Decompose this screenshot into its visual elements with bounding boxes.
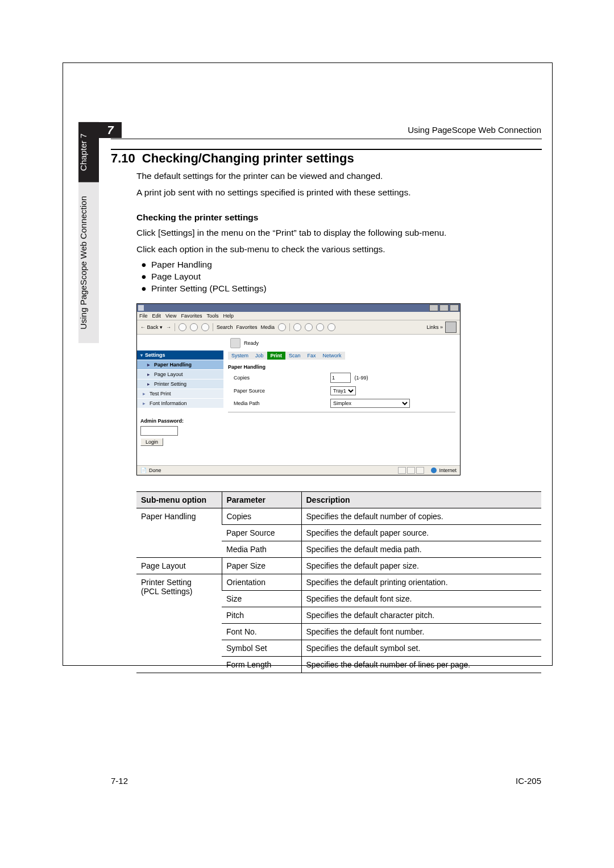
stop-button[interactable] — [179, 323, 186, 331]
param-divider — [228, 412, 455, 412]
edit-button[interactable] — [316, 323, 324, 331]
paragraph: The default settings for the printer can… — [111, 170, 542, 182]
search-button[interactable]: Search — [217, 324, 233, 330]
done-icon: 📄 — [140, 468, 147, 473]
nav-item-label: Page Layout — [154, 372, 183, 377]
nav-item-label: Font Information — [150, 400, 187, 406]
chapter-number-badge: 7 — [99, 122, 122, 138]
maximize-button[interactable] — [439, 304, 449, 311]
refresh-button[interactable] — [190, 323, 198, 331]
mail-button[interactable] — [293, 323, 301, 331]
col-parameter: Parameter — [222, 492, 301, 508]
nav-font-information[interactable]: ▸ Font Information — [137, 398, 223, 408]
menu-edit[interactable]: Edit — [152, 313, 161, 319]
cell-desc: Specifies the default paper source. — [301, 525, 541, 541]
login-button[interactable]: Login — [140, 438, 163, 446]
nav-paper-handling[interactable]: ▸ Paper Handling — [137, 360, 223, 369]
status-zone: Internet — [398, 467, 457, 474]
chevron-right-icon: ▸ — [146, 362, 151, 368]
back-button[interactable]: ← Back ▾ — [140, 324, 163, 330]
admin-password-input[interactable] — [140, 426, 178, 436]
cell-desc: Specifies the default symbol set. — [301, 640, 541, 657]
menu-tools[interactable]: Tools — [206, 313, 218, 319]
toolbar: ← Back ▾ → Search Favorites Media — [137, 320, 460, 335]
history-button[interactable] — [278, 323, 286, 331]
table-header-row: Sub-menu option Parameter Description — [136, 492, 541, 508]
toolbar-divider — [213, 323, 213, 331]
media-button[interactable]: Media — [261, 324, 275, 330]
cell-desc: Specifies the default media path. — [301, 541, 541, 558]
nav-test-print[interactable]: ▸ Test Print — [137, 389, 223, 398]
nav-item-label: Paper Handling — [154, 362, 192, 368]
media-path-select[interactable]: Simplex — [330, 399, 410, 408]
cell-desc: Specifies the default number of copies. — [301, 508, 541, 525]
bullet-list: ● Paper Handling ● Page Layout ● Printer… — [111, 259, 542, 295]
row-copies: Copies (1-99) — [228, 371, 455, 385]
menubar: File Edit View Favorites Tools Help — [137, 312, 460, 320]
nav-header-settings[interactable]: ▾ Settings — [137, 350, 223, 360]
tab-fax[interactable]: Fax — [304, 352, 320, 360]
cell-param: Pitch — [222, 607, 301, 624]
status-done: 📄 Done — [140, 468, 161, 473]
status-panes — [398, 467, 424, 474]
header-rule — [111, 139, 542, 139]
param-label: Paper Source — [228, 388, 330, 394]
tab-scan[interactable]: Scan — [285, 352, 304, 360]
cell-desc: Specifies the default font size. — [301, 591, 541, 607]
paper-source-select[interactable]: Tray1 — [330, 386, 356, 395]
print-button[interactable] — [305, 323, 313, 331]
left-nav: ▾ Settings ▸ Paper Handling ▸ Page Layou… — [137, 335, 223, 465]
tabstrip: System Job Print Scan Fax Network — [228, 352, 345, 360]
nav-item-label: Test Print — [150, 391, 171, 397]
copies-input[interactable] — [330, 373, 351, 383]
window-titlebar — [137, 304, 460, 312]
table-row: Paper Handling Copies Specifies the defa… — [136, 508, 541, 525]
copies-range: (1-99) — [355, 375, 368, 381]
cell-submenu: Page Layout — [136, 558, 222, 574]
page-content: ▾ Settings ▸ Paper Handling ▸ Page Layou… — [137, 335, 460, 465]
menu-help[interactable]: Help — [223, 313, 234, 319]
browser-window: File Edit View Favorites Tools Help ← Ba… — [136, 303, 460, 475]
tab-print[interactable]: Print — [267, 352, 286, 360]
home-button[interactable] — [201, 323, 209, 331]
go-button[interactable] — [445, 322, 457, 333]
chevron-right-icon: ▸ — [146, 372, 151, 377]
favorites-button[interactable]: Favorites — [237, 324, 258, 330]
printer-icon — [230, 338, 240, 348]
links-label[interactable]: Links » — [426, 324, 443, 330]
right-panel: Ready System Job Print Scan Fax Network … — [223, 335, 460, 465]
printer-status-text: Ready — [244, 340, 259, 346]
section-number: 7.10 — [111, 151, 135, 166]
parameter-table: Sub-menu option Parameter Description Pa… — [136, 491, 541, 673]
cell-param: Symbol Set — [222, 640, 301, 657]
menu-view[interactable]: View — [165, 313, 176, 319]
nav-printer-setting[interactable]: ▸ Printer Setting — [137, 379, 223, 389]
discuss-button[interactable] — [327, 323, 335, 331]
table-row: Printer Setting (PCL Settings) Orientati… — [136, 574, 541, 591]
running-header: Using PageScope Web Connection — [408, 125, 541, 135]
bullet-item: ● Page Layout — [136, 271, 542, 283]
tab-job[interactable]: Job — [252, 352, 267, 360]
nav-page-layout[interactable]: ▸ Page Layout — [137, 369, 223, 379]
menu-file[interactable]: File — [139, 313, 148, 319]
minimize-button[interactable] — [429, 304, 438, 311]
cell-param: Media Path — [222, 541, 301, 558]
nav-item-label: Printer Setting — [154, 381, 186, 387]
cell-submenu: Paper Handling — [136, 508, 222, 558]
bullet-dot-icon: ● — [136, 259, 151, 271]
side-tab: Chapter 7 Using PageScope Web Connection — [78, 122, 99, 343]
menu-favorites[interactable]: Favorites — [181, 313, 202, 319]
cell-desc: Specifies the default character pitch. — [301, 607, 541, 624]
bullet-dot-icon: ● — [136, 271, 151, 283]
cell-param: Paper Size — [222, 558, 301, 574]
bullet-item: ● Paper Handling — [136, 259, 542, 271]
cell-param: Paper Source — [222, 525, 301, 541]
bullet-dot-icon: ● — [136, 283, 151, 295]
window-controls — [429, 304, 459, 311]
tab-network[interactable]: Network — [320, 352, 345, 360]
tab-system[interactable]: System — [228, 352, 252, 360]
forward-button[interactable]: → — [166, 324, 171, 330]
bullet-text: Printer Setting (PCL Settings) — [151, 283, 267, 295]
close-button[interactable] — [450, 304, 459, 311]
printer-status: Ready — [228, 335, 455, 352]
